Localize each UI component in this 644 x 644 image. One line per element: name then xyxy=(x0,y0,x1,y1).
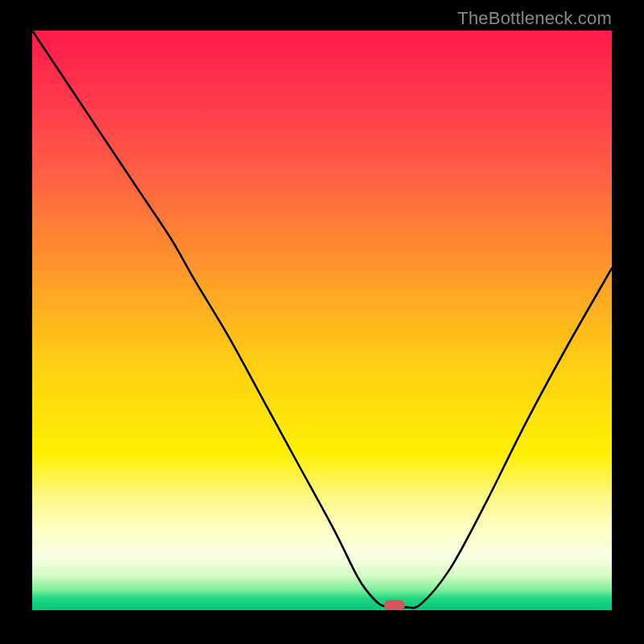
chart-frame: TheBottleneck.com xyxy=(0,0,644,644)
watermark-text: TheBottleneck.com xyxy=(457,8,612,29)
plot-area xyxy=(32,31,612,610)
optimal-marker xyxy=(384,600,405,610)
bottleneck-curve xyxy=(32,31,612,610)
